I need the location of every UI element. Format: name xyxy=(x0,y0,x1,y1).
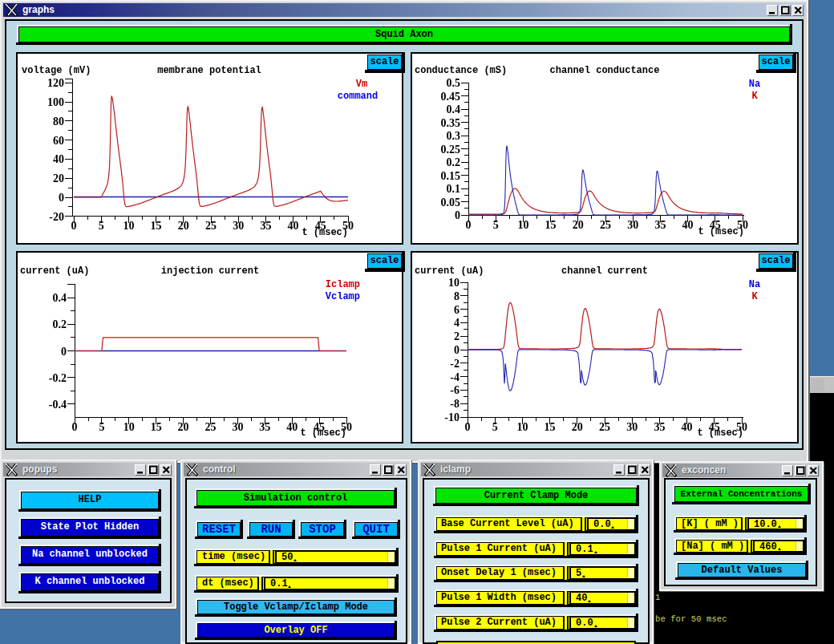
svg-text:35: 35 xyxy=(260,220,271,232)
svg-text:Vm: Vm xyxy=(356,79,367,90)
svg-text:0.35: 0.35 xyxy=(441,117,461,129)
svg-text:25: 25 xyxy=(205,220,217,232)
svg-text:10: 10 xyxy=(448,277,460,289)
svg-text:conductance (mS): conductance (mS) xyxy=(415,65,507,76)
svg-text:10: 10 xyxy=(123,220,134,232)
svg-text:current (uA): current (uA) xyxy=(20,265,89,277)
svg-text:0: 0 xyxy=(72,421,78,433)
svg-text:channel conductance: channel conductance xyxy=(550,65,660,76)
svg-text:-10: -10 xyxy=(444,411,460,423)
svg-text:0.2: 0.2 xyxy=(53,318,67,330)
svg-text:0: 0 xyxy=(454,344,460,356)
svg-text:t (msec): t (msec) xyxy=(697,427,743,439)
svg-text:4: 4 xyxy=(454,317,460,329)
svg-text:25: 25 xyxy=(599,421,610,433)
svg-text:0: 0 xyxy=(59,192,64,204)
svg-text:0.4: 0.4 xyxy=(447,103,461,115)
svg-text:0: 0 xyxy=(466,219,472,231)
svg-text:injection current: injection current xyxy=(161,265,259,277)
svg-text:30: 30 xyxy=(626,421,638,433)
svg-text:Vclamp: Vclamp xyxy=(326,291,360,302)
svg-text:2: 2 xyxy=(454,330,460,342)
svg-text:20: 20 xyxy=(53,172,64,184)
svg-text:0.05: 0.05 xyxy=(441,196,461,209)
svg-text:K: K xyxy=(751,291,758,302)
svg-text:80: 80 xyxy=(53,115,64,128)
svg-text:25: 25 xyxy=(600,219,611,231)
svg-text:40: 40 xyxy=(53,153,64,165)
svg-text:-8: -8 xyxy=(450,398,460,410)
svg-text:30: 30 xyxy=(232,421,243,433)
svg-text:command: command xyxy=(338,91,378,102)
svg-text:40: 40 xyxy=(288,220,299,232)
svg-text:0: 0 xyxy=(71,220,77,232)
svg-text:Na: Na xyxy=(749,79,760,90)
svg-text:0.2: 0.2 xyxy=(447,156,461,168)
svg-text:0.45: 0.45 xyxy=(441,91,461,103)
svg-text:0.1: 0.1 xyxy=(447,183,461,195)
svg-text:20: 20 xyxy=(573,219,584,231)
svg-text:t (msec): t (msec) xyxy=(698,226,744,237)
svg-text:100: 100 xyxy=(47,96,64,108)
svg-text:15: 15 xyxy=(545,219,557,231)
svg-text:10: 10 xyxy=(123,421,135,433)
svg-text:35: 35 xyxy=(259,421,270,433)
svg-text:0: 0 xyxy=(465,421,471,433)
svg-text:35: 35 xyxy=(654,421,665,433)
svg-text:0: 0 xyxy=(61,346,67,358)
svg-text:0.4: 0.4 xyxy=(53,292,67,304)
svg-text:0.15: 0.15 xyxy=(441,170,461,182)
svg-text:0.25: 0.25 xyxy=(441,144,461,156)
svg-text:5: 5 xyxy=(99,421,104,433)
svg-text:20: 20 xyxy=(572,421,583,433)
svg-text:120: 120 xyxy=(47,77,64,89)
svg-text:-2: -2 xyxy=(450,358,460,370)
svg-text:voltage (mV): voltage (mV) xyxy=(22,65,91,76)
svg-text:15: 15 xyxy=(151,220,162,232)
svg-text:0.3: 0.3 xyxy=(447,130,461,142)
svg-text:10: 10 xyxy=(516,421,528,433)
svg-text:20: 20 xyxy=(178,220,189,232)
svg-text:60: 60 xyxy=(53,135,64,147)
svg-text:20: 20 xyxy=(178,421,189,433)
svg-text:5: 5 xyxy=(493,219,499,231)
svg-text:40: 40 xyxy=(682,219,694,231)
svg-text:-0.2: -0.2 xyxy=(49,372,67,384)
svg-text:6: 6 xyxy=(454,304,460,316)
svg-text:15: 15 xyxy=(545,421,556,433)
svg-text:-4: -4 xyxy=(450,371,460,383)
svg-text:Iclamp: Iclamp xyxy=(326,279,360,290)
svg-text:-6: -6 xyxy=(450,384,460,396)
svg-text:K: K xyxy=(751,91,758,102)
svg-text:Na: Na xyxy=(749,279,760,290)
svg-text:10: 10 xyxy=(517,219,528,231)
svg-text:t (msec): t (msec) xyxy=(300,427,346,439)
svg-text:-20: -20 xyxy=(49,211,64,223)
svg-text:-0.4: -0.4 xyxy=(49,399,67,411)
svg-text:40: 40 xyxy=(286,421,298,433)
svg-text:8: 8 xyxy=(454,290,460,302)
svg-text:t (msec): t (msec) xyxy=(302,227,348,238)
svg-text:40: 40 xyxy=(682,421,693,433)
svg-text:5: 5 xyxy=(99,220,104,232)
svg-text:current (uA): current (uA) xyxy=(415,265,484,277)
svg-text:30: 30 xyxy=(627,219,638,231)
svg-text:0.5: 0.5 xyxy=(447,77,461,89)
svg-text:0: 0 xyxy=(455,209,460,221)
svg-text:35: 35 xyxy=(654,219,666,231)
svg-text:25: 25 xyxy=(205,421,217,433)
svg-text:15: 15 xyxy=(151,421,162,433)
svg-text:channel current: channel current xyxy=(561,265,648,277)
svg-text:30: 30 xyxy=(233,220,244,232)
svg-text:membrane potential: membrane potential xyxy=(157,65,261,76)
svg-text:5: 5 xyxy=(492,421,498,433)
